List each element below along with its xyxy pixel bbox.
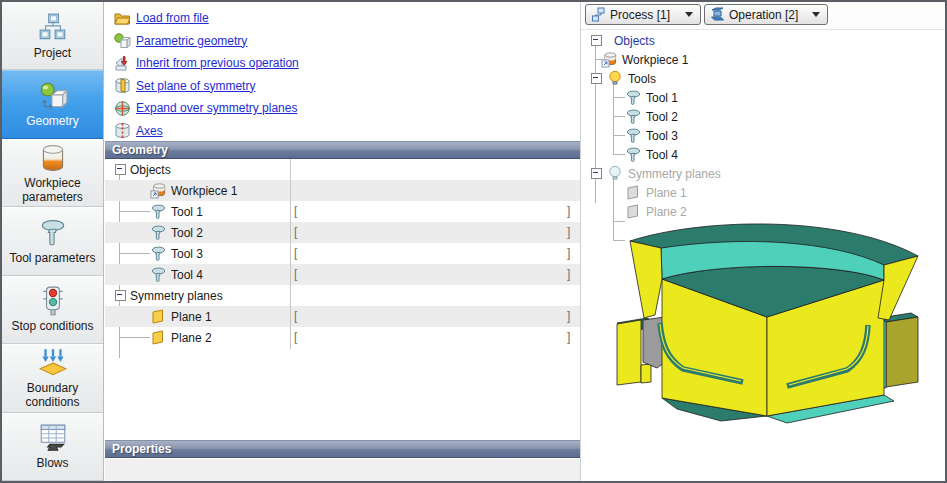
tree-label[interactable]: Symmetry planes bbox=[130, 289, 223, 303]
scene-row-plane-1[interactable]: Plane 1 bbox=[581, 183, 947, 202]
chevron-down-icon bbox=[812, 12, 820, 17]
tree-label[interactable]: Tool 2 bbox=[171, 226, 203, 240]
link-label[interactable]: Inherit from previous operation bbox=[136, 56, 299, 70]
plane-item-icon bbox=[150, 308, 167, 325]
tool-item-icon bbox=[625, 127, 642, 144]
link-label[interactable]: Axes bbox=[136, 124, 163, 138]
scene-tree: Objects Workpiece 1 Tools bbox=[581, 31, 945, 226]
scene-label[interactable]: Tools bbox=[628, 72, 656, 86]
link-set-plane-of-symmetry[interactable]: Set plane of symmetry bbox=[114, 75, 299, 98]
scene-row-tool-1[interactable]: Tool 1 bbox=[581, 88, 947, 107]
axes-icon bbox=[114, 122, 131, 139]
scene-row-objects[interactable]: Objects bbox=[581, 31, 947, 50]
scene-label[interactable]: Tool 3 bbox=[646, 129, 678, 143]
tree-row-objects[interactable]: Objects bbox=[105, 159, 590, 180]
bracket-open: [ bbox=[294, 225, 297, 239]
viewport-3d[interactable] bbox=[581, 210, 946, 481]
open-folder-icon bbox=[114, 10, 131, 27]
scene-label[interactable]: Workpiece 1 bbox=[622, 53, 688, 67]
tree-label[interactable]: Tool 3 bbox=[171, 247, 203, 261]
scene-toolbar: Process [1] Operation [2] bbox=[581, 2, 945, 30]
tree-row-tool-1[interactable]: Tool 1 [ ] bbox=[105, 201, 625, 222]
nav-item-project[interactable]: Project bbox=[2, 2, 103, 70]
tree-label[interactable]: Objects bbox=[130, 163, 171, 177]
tree-row-plane-1[interactable]: Plane 1 [ ] bbox=[105, 306, 625, 327]
bracket-close: ] bbox=[567, 246, 570, 260]
nav-item-stop-conditions[interactable]: Stop conditions bbox=[2, 276, 103, 344]
tool-item-icon bbox=[150, 266, 167, 283]
nav-item-workpiece-parameters[interactable]: Workpiece parameters bbox=[2, 139, 103, 208]
nav-label: Tool parameters bbox=[5, 252, 101, 266]
link-label[interactable]: Parametric geometry bbox=[136, 34, 247, 48]
scene-label[interactable]: Symmetry planes bbox=[628, 167, 721, 181]
scene-label[interactable]: Tool 4 bbox=[646, 148, 678, 162]
chevron-down-icon bbox=[685, 12, 693, 17]
tree-row-workpiece-1[interactable]: Workpiece 1 bbox=[105, 180, 625, 201]
plane-item-off-icon bbox=[625, 203, 642, 220]
scene-label[interactable]: Tool 2 bbox=[646, 110, 678, 124]
tree-row-symmetry-planes[interactable]: Symmetry planes bbox=[105, 285, 590, 306]
link-label[interactable]: Expand over symmetry planes bbox=[136, 101, 297, 115]
tree-label[interactable]: Plane 1 bbox=[171, 310, 212, 324]
geometry-icon bbox=[37, 80, 69, 112]
scene-row-symmetry-planes[interactable]: Symmetry planes bbox=[581, 164, 947, 183]
scene-row-tool-4[interactable]: Tool 4 bbox=[581, 145, 947, 164]
link-parametric-geometry[interactable]: Parametric geometry bbox=[114, 30, 299, 53]
process-icon bbox=[591, 7, 606, 22]
visibility-bulb-icon bbox=[607, 70, 624, 87]
nav-item-tool-parameters[interactable]: Tool parameters bbox=[2, 207, 103, 275]
scene-row-workpiece-1[interactable]: Workpiece 1 bbox=[581, 50, 947, 69]
tree-label[interactable]: Tool 4 bbox=[171, 268, 203, 282]
operation-dropdown-label[interactable]: Operation [2] bbox=[729, 8, 798, 22]
link-label[interactable]: Load from file bbox=[136, 11, 209, 25]
operation-dropdown[interactable]: Operation [2] bbox=[704, 4, 828, 25]
left-nav: Project Geometry Workpiece bbox=[2, 2, 104, 481]
properties-section-header: Properties bbox=[105, 440, 580, 458]
properties-body bbox=[105, 459, 580, 481]
scene-row-tools[interactable]: Tools bbox=[581, 69, 947, 88]
nav-label: Workpiece parameters bbox=[5, 177, 101, 205]
nav-item-blows[interactable]: Blows bbox=[2, 413, 103, 481]
tool-item-icon bbox=[625, 108, 642, 125]
project-icon bbox=[37, 12, 69, 44]
process-dropdown-label[interactable]: Process [1] bbox=[610, 8, 670, 22]
boundary-conditions-icon bbox=[37, 347, 69, 379]
link-axes[interactable]: Axes bbox=[114, 120, 299, 143]
bracket-open: [ bbox=[294, 267, 297, 281]
scene-tree-panel: Process [1] Operation [2] bbox=[580, 2, 945, 481]
collapse-minus-icon[interactable] bbox=[591, 168, 602, 179]
nav-item-geometry[interactable]: Geometry bbox=[2, 70, 103, 138]
nav-label: Boundary conditions bbox=[5, 382, 101, 410]
tree-label[interactable]: Plane 2 bbox=[171, 331, 212, 345]
bracket-close: ] bbox=[567, 267, 570, 281]
link-inherit-previous-operation[interactable]: Inherit from previous operation bbox=[114, 52, 299, 75]
collapse-minus-icon[interactable] bbox=[115, 164, 126, 175]
scene-row-tool-3[interactable]: Tool 3 bbox=[581, 126, 947, 145]
tree-label[interactable]: Tool 1 bbox=[171, 205, 203, 219]
nav-item-boundary-conditions[interactable]: Boundary conditions bbox=[2, 344, 103, 413]
geometry-panel: Load from file Parametric geometry Inher… bbox=[105, 2, 580, 481]
link-expand-over-symmetry-planes[interactable]: Expand over symmetry planes bbox=[114, 97, 299, 120]
scene-label[interactable]: Objects bbox=[614, 34, 655, 48]
scene-label[interactable]: Plane 1 bbox=[646, 186, 687, 200]
process-dropdown[interactable]: Process [1] bbox=[585, 4, 701, 25]
tree-column-divider bbox=[290, 159, 291, 349]
collapse-minus-icon[interactable] bbox=[591, 35, 602, 46]
set-symmetry-plane-icon bbox=[114, 77, 131, 94]
collapse-minus-icon[interactable] bbox=[115, 290, 126, 301]
tree-label[interactable]: Workpiece 1 bbox=[171, 184, 237, 198]
tree-row-tool-4[interactable]: Tool 4 [ ] bbox=[105, 264, 625, 285]
plane-item-icon bbox=[150, 329, 167, 346]
operation-icon bbox=[710, 7, 725, 22]
scene-row-tool-2[interactable]: Tool 2 bbox=[581, 107, 947, 126]
tree-row-plane-2[interactable]: Plane 2 [ ] bbox=[105, 327, 625, 348]
workpiece-item-icon bbox=[150, 182, 167, 199]
tree-row-tool-3[interactable]: Tool 3 [ ] bbox=[105, 243, 625, 264]
collapse-minus-icon[interactable] bbox=[591, 73, 602, 84]
link-label[interactable]: Set plane of symmetry bbox=[136, 79, 255, 93]
geometry-tree: Objects Workpiece 1 Tool 1 [ bbox=[105, 159, 580, 349]
scene-label[interactable]: Tool 1 bbox=[646, 91, 678, 105]
blows-icon bbox=[37, 422, 69, 454]
tree-row-tool-2[interactable]: Tool 2 [ ] bbox=[105, 222, 625, 243]
link-load-from-file[interactable]: Load from file bbox=[114, 7, 299, 30]
